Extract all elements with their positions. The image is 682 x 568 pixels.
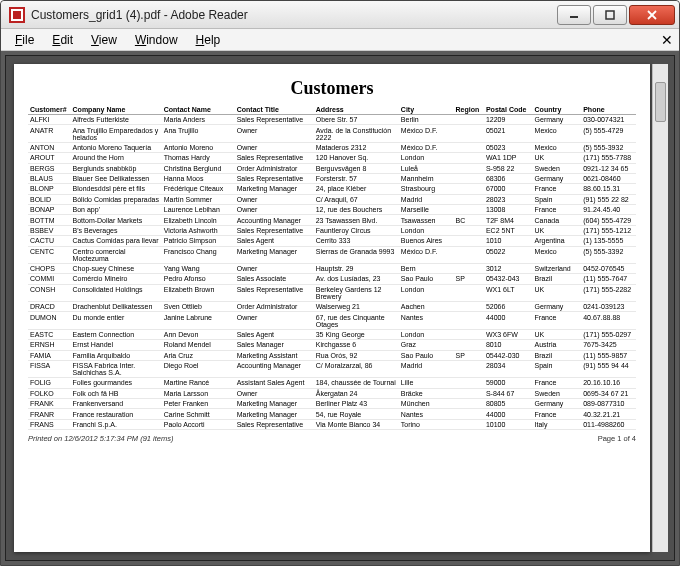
table-row: FISSAFISSA Fabrica Inter. Salchichas S.A… bbox=[28, 360, 636, 377]
table-row: BOTTMBottom-Dollar MarketsElizabeth Linc… bbox=[28, 215, 636, 225]
svg-rect-4 bbox=[606, 11, 614, 19]
table-cell: Christina Berglund bbox=[162, 163, 235, 173]
table-cell: London bbox=[399, 153, 454, 163]
menu-file[interactable]: File bbox=[7, 31, 42, 49]
table-cell: Assistant Sales Agent bbox=[235, 378, 314, 388]
table-cell: Walserweg 21 bbox=[314, 302, 399, 312]
table-cell: 089-0877310 bbox=[581, 399, 636, 409]
table-row: DUMONDu monde entierJanine LabruneOwner6… bbox=[28, 312, 636, 329]
table-cell: Sales Representative bbox=[235, 153, 314, 163]
menu-view[interactable]: View bbox=[83, 31, 125, 49]
table-cell: Sven Ottlieb bbox=[162, 302, 235, 312]
table-cell: Martín Sommer bbox=[162, 194, 235, 204]
table-cell: Sao Paulo bbox=[399, 350, 454, 360]
table-cell: BOTTM bbox=[28, 215, 71, 225]
table-cell: 10100 bbox=[484, 419, 533, 429]
table-cell: FRANR bbox=[28, 409, 71, 419]
document-close-icon[interactable]: ✕ bbox=[661, 32, 673, 48]
table-cell: Comércio Mineiro bbox=[71, 274, 162, 284]
scroll-thumb[interactable] bbox=[655, 82, 666, 122]
table-cell: (171) 555-7788 bbox=[581, 153, 636, 163]
table-cell: FOLIG bbox=[28, 378, 71, 388]
table-cell: Cerrito 333 bbox=[314, 236, 399, 246]
table-cell: Brazil bbox=[533, 274, 582, 284]
titlebar[interactable]: Customers_grid1 (4).pdf - Adobe Reader bbox=[1, 1, 679, 29]
table-cell: Germany bbox=[533, 399, 582, 409]
table-cell: 35 King George bbox=[314, 329, 399, 339]
document-heading: Customers bbox=[28, 78, 636, 99]
table-cell: Paolo Accorti bbox=[162, 419, 235, 429]
close-button[interactable] bbox=[629, 5, 675, 25]
table-cell: BSBEV bbox=[28, 225, 71, 235]
table-cell: Austria bbox=[533, 340, 582, 350]
table-cell: Owner bbox=[235, 125, 314, 142]
table-cell: 67, rue des Cinquante Otages bbox=[314, 312, 399, 329]
table-cell: Forsterstr. 57 bbox=[314, 173, 399, 183]
table-cell: Berglunds snabbköp bbox=[71, 163, 162, 173]
table-cell: Marketing Manager bbox=[235, 246, 314, 263]
table-cell: 0241-039123 bbox=[581, 302, 636, 312]
table-cell: ANTON bbox=[28, 142, 71, 152]
menubar: File Edit View Window Help ✕ bbox=[1, 29, 679, 51]
table-cell: Sales Agent bbox=[235, 329, 314, 339]
table-cell: BONAP bbox=[28, 205, 71, 215]
table-cell: Marseille bbox=[399, 205, 454, 215]
table-cell: Thomas Hardy bbox=[162, 153, 235, 163]
table-cell: Torino bbox=[399, 419, 454, 429]
table-cell: London bbox=[399, 284, 454, 301]
table-cell: (604) 555-4729 bbox=[581, 215, 636, 225]
table-cell: Marketing Assistant bbox=[235, 350, 314, 360]
table-cell bbox=[454, 419, 484, 429]
table-cell: BLAUS bbox=[28, 173, 71, 183]
table-cell: Berguvsvägen 8 bbox=[314, 163, 399, 173]
table-cell: Bólido Comidas preparadas bbox=[71, 194, 162, 204]
table-cell: Frankenversand bbox=[71, 399, 162, 409]
table-cell: ALFKI bbox=[28, 115, 71, 125]
menu-help[interactable]: Help bbox=[188, 31, 229, 49]
table-cell: London bbox=[399, 329, 454, 339]
table-cell: Mexico bbox=[533, 246, 582, 263]
table-cell: UK bbox=[533, 284, 582, 301]
table-row: FRANKFrankenversandPeter FrankenMarketin… bbox=[28, 399, 636, 409]
table-cell: Sales Representative bbox=[235, 225, 314, 235]
table-cell: London bbox=[399, 225, 454, 235]
column-header: Company Name bbox=[71, 105, 162, 115]
table-cell: Peter Franken bbox=[162, 399, 235, 409]
table-cell: Av. dos Lusíadas, 23 bbox=[314, 274, 399, 284]
table-cell: B's Beverages bbox=[71, 225, 162, 235]
table-row: BONAPBon app'Laurence LebihanOwner12, ru… bbox=[28, 205, 636, 215]
table-cell: (5) 555-3392 bbox=[581, 246, 636, 263]
table-cell bbox=[454, 194, 484, 204]
app-window: Customers_grid1 (4).pdf - Adobe Reader F… bbox=[0, 0, 680, 566]
menu-edit[interactable]: Edit bbox=[44, 31, 81, 49]
table-cell: Laurence Lebihan bbox=[162, 205, 235, 215]
maximize-button[interactable] bbox=[593, 5, 627, 25]
table-cell: Ann Devon bbox=[162, 329, 235, 339]
table-cell: Owner bbox=[235, 205, 314, 215]
table-cell: Elizabeth Brown bbox=[162, 284, 235, 301]
table-cell: ERNSH bbox=[28, 340, 71, 350]
table-row: ANTONAntonio Moreno TaqueríaAntonio More… bbox=[28, 142, 636, 152]
menu-window[interactable]: Window bbox=[127, 31, 186, 49]
table-cell: 40.32.21.21 bbox=[581, 409, 636, 419]
table-cell: FOLKO bbox=[28, 388, 71, 398]
table-cell: 44000 bbox=[484, 312, 533, 329]
table-header-row: Customer#Company NameContact NameContact… bbox=[28, 105, 636, 115]
table-row: BERGSBerglunds snabbköpChristina Berglun… bbox=[28, 163, 636, 173]
table-cell: Owner bbox=[235, 263, 314, 273]
table-cell: Eastern Connection bbox=[71, 329, 162, 339]
table-cell: Folies gourmandes bbox=[71, 378, 162, 388]
table-cell: Around the Horn bbox=[71, 153, 162, 163]
table-cell bbox=[454, 163, 484, 173]
table-cell: WA1 1DP bbox=[484, 153, 533, 163]
table-cell: Elizabeth Lincoln bbox=[162, 215, 235, 225]
table-cell: DRACD bbox=[28, 302, 71, 312]
table-cell bbox=[454, 388, 484, 398]
table-cell: Frédérique Citeaux bbox=[162, 184, 235, 194]
table-row: ANATRAna Trujillo Emparedados y heladosA… bbox=[28, 125, 636, 142]
table-cell: Germany bbox=[533, 302, 582, 312]
table-cell: S-844 67 bbox=[484, 388, 533, 398]
vertical-scrollbar[interactable] bbox=[652, 64, 668, 552]
table-cell: (171) 555-1212 bbox=[581, 225, 636, 235]
minimize-button[interactable] bbox=[557, 5, 591, 25]
